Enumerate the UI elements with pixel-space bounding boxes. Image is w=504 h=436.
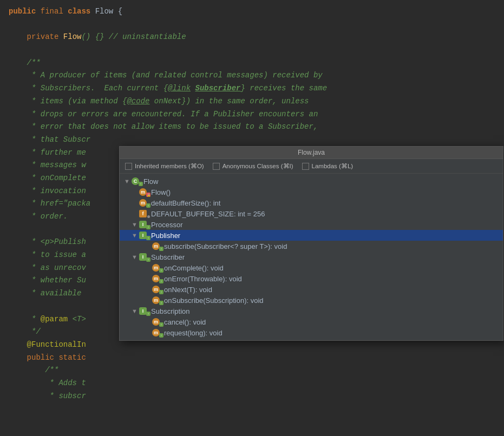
code-line: * that Subscr [0, 134, 504, 147]
code-line [0, 18, 504, 31]
option-label: Anonymous Classes (⌘I) [222, 162, 293, 170]
code-editor: public final class Flow { private Flow()… [0, 0, 504, 436]
interface-icon: I↑ [139, 307, 150, 315]
method-pub-icon: m↑ [152, 328, 163, 337]
tree-arrow-icon [132, 308, 139, 314]
class-icon: C↑ [132, 177, 142, 186]
tree-item[interactable]: m↑ onComplete(): void [120, 262, 503, 273]
method-pub-icon: m↑ [152, 274, 163, 283]
tree-item[interactable]: m↑ cancel(): void [120, 316, 503, 327]
code-line: /** [0, 57, 504, 70]
tree-item[interactable]: m↑ onError(Throwable): void [120, 273, 503, 284]
tree-item-label: Publisher [151, 232, 180, 240]
tree-item-label: Flow [143, 177, 158, 186]
tree-item-label: defaultBufferSize(): int [151, 199, 220, 207]
popup-option[interactable]: Lambdas (⌘L) [302, 162, 354, 170]
code-line: public static [0, 352, 504, 365]
popup-option[interactable]: Inherited members (⌘O) [125, 162, 204, 170]
tree-item-label: subscribe(Subscriber<? super T>): void [164, 242, 287, 250]
interface-icon: I↑ [139, 231, 150, 240]
file-structure-popup: Flow.java Inherited members (⌘O)Anonymou… [119, 146, 503, 341]
tree-item-label: Subscriber [151, 253, 185, 261]
tree-item-label: request(long): void [164, 329, 222, 337]
option-checkbox[interactable] [213, 163, 220, 170]
tree-item[interactable]: I↑ Subscription [120, 306, 503, 316]
tree-item[interactable]: I↑ Subscriber [120, 252, 503, 262]
tree-item[interactable]: m↑ onSubscribe(Subscription): void [120, 295, 503, 306]
tree-item[interactable]: m↑ request(long): void [120, 327, 503, 338]
code-line: public final class Flow { [0, 5, 504, 18]
interface-icon: I↑ [139, 220, 150, 229]
tree-item[interactable]: m🔒 Flow() [120, 187, 503, 197]
tree-item-label: DEFAULT_BUFFER_SIZE: int = 256 [151, 210, 265, 218]
popup-option[interactable]: Anonymous Classes (⌘I) [213, 162, 293, 170]
code-line [0, 44, 504, 57]
code-line: * Adds t [0, 377, 504, 390]
popup-tree[interactable]: C↑ Flowm🔒 Flow()m↑ defaultBufferSize(): … [120, 174, 503, 340]
code-line: * A producer of items (and related contr… [0, 69, 504, 82]
option-label: Lambdas (⌘L) [312, 162, 354, 170]
method-lock-icon: m🔒 [139, 188, 150, 196]
option-label: Inherited members (⌘O) [135, 162, 204, 170]
method-pub-icon: m↑ [152, 285, 163, 294]
tree-item-label: onNext(T): void [164, 286, 212, 294]
code-line: private Flow() {} // uninstantiable [0, 31, 504, 44]
option-checkbox[interactable] [302, 163, 309, 170]
code-line: * subscr [0, 390, 504, 403]
code-line: * Subscribers. Each current {@link Subsc… [0, 82, 504, 95]
tree-item-label: onError(Throwable): void [164, 275, 242, 283]
method-pub-icon: m↑ [152, 318, 163, 326]
tree-item-label: Flow() [151, 188, 171, 196]
tree-arrow-icon [132, 221, 139, 228]
tree-item-label: cancel(): void [164, 318, 206, 326]
popup-title: Flow.java [120, 147, 503, 159]
tree-item[interactable]: C↑ Flow [120, 176, 503, 187]
code-line: * error that does not allow items to be … [0, 121, 504, 134]
code-line: /** [0, 364, 504, 377]
tree-item[interactable]: I↑ Publisher [120, 230, 503, 241]
tree-item-label: Processor [151, 221, 183, 229]
tree-arrow-icon [132, 232, 139, 239]
method-pub-icon: m↑ [152, 296, 163, 305]
field-static-icon: f [139, 209, 150, 218]
tree-arrow-icon [124, 178, 132, 184]
tree-arrow-icon [132, 254, 139, 260]
tree-item-label: Subscription [151, 307, 190, 315]
method-pub-icon: m↑ [152, 242, 163, 250]
tree-item[interactable]: I↑ Processor [120, 219, 503, 230]
tree-item[interactable]: m↑ subscribe(Subscriber<? super T>): voi… [120, 241, 503, 252]
tree-item[interactable]: m↑ onNext(T): void [120, 284, 503, 295]
option-checkbox[interactable] [125, 163, 132, 170]
code-line: * drops or errors are encountered. If a … [0, 108, 504, 121]
interface-icon: I↑ [139, 253, 150, 261]
code-line: * items (via method {@code onNext}) in t… [0, 95, 504, 108]
method-pub-icon: m↑ [139, 199, 150, 207]
tree-item[interactable]: f DEFAULT_BUFFER_SIZE: int = 256 [120, 208, 503, 219]
tree-item-label: onComplete(): void [164, 264, 224, 272]
tree-item[interactable]: m↑ defaultBufferSize(): int [120, 197, 503, 208]
tree-item-label: onSubscribe(Subscription): void [164, 296, 264, 305]
method-pub-icon: m↑ [152, 263, 163, 272]
popup-options-bar: Inherited members (⌘O)Anonymous Classes … [120, 159, 503, 174]
